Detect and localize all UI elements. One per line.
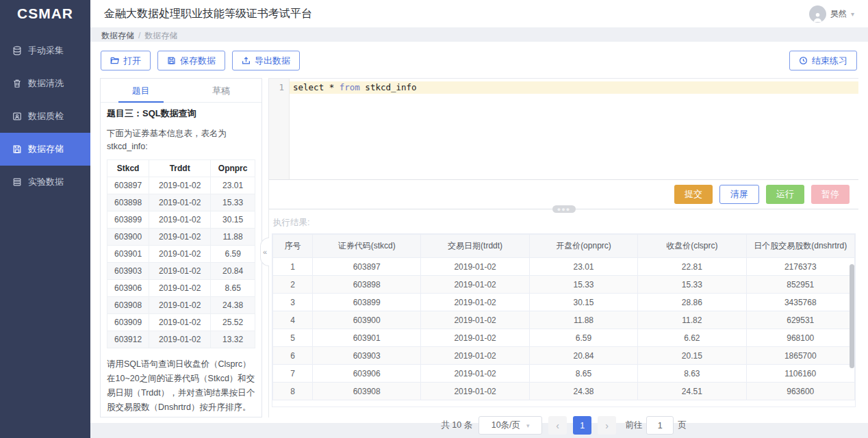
- panel-splitter: ●●●: [269, 209, 858, 209]
- question-sample-table: Stkcd Trddt Opnprc 6038972019-01-0223.01…: [107, 159, 255, 348]
- table-row: 6039062019-01-028.65: [107, 279, 255, 296]
- table-cell: 603901: [313, 329, 421, 347]
- page-number-button[interactable]: 1: [573, 416, 591, 435]
- table-row: 6038982019-01-0215.33: [107, 194, 255, 211]
- table-cell: 8: [273, 383, 313, 400]
- tab-draft[interactable]: 草稿: [181, 79, 262, 102]
- table-cell: 23.01: [211, 177, 255, 194]
- results-section: 执行结果: 序号 证券代码(stkcd) 交易日期(trddt) 开盘价(opn…: [269, 209, 858, 417]
- clock-icon: [799, 56, 808, 65]
- chevron-double-left-icon: «: [263, 248, 267, 256]
- table-row: 6039012019-01-026.59: [107, 245, 255, 262]
- table-cell: 7: [273, 365, 313, 383]
- main-area: 金融大数据处理职业技能等级证书考试平台 昊然 ▾ 数据存储/数据存储 打开: [90, 0, 868, 438]
- table-cell: 30.15: [211, 211, 255, 228]
- collapse-panel-handle[interactable]: «: [260, 237, 269, 266]
- table-row: 6038992019-01-0230.15: [107, 211, 255, 228]
- user-menu[interactable]: 昊然 ▾: [809, 5, 854, 23]
- column-header: 交易日期(trddt): [421, 235, 529, 258]
- save-icon: [167, 56, 176, 65]
- end-practice-button[interactable]: 结束练习: [789, 51, 857, 70]
- code-input-area[interactable]: select * from stkcd_info: [290, 79, 858, 179]
- editor-gutter: 1: [269, 79, 290, 179]
- table-cell: 20.15: [638, 347, 746, 365]
- clear-screen-button[interactable]: 清屏: [719, 185, 759, 204]
- sidebar-item-data-clean[interactable]: 数据清洗: [0, 67, 90, 100]
- table-cell: 603909: [107, 313, 149, 331]
- csmar-logo: CSMAR: [0, 0, 90, 27]
- table-cell: 24.38: [529, 383, 637, 400]
- page-size-select[interactable]: 10条/页 ▾: [478, 416, 542, 435]
- table-cell: 20.84: [529, 347, 637, 365]
- prev-page-button[interactable]: ‹: [548, 416, 567, 435]
- sql-editor: 1 select * from stkcd_info: [269, 79, 858, 180]
- chevron-down-icon: ▾: [526, 422, 530, 429]
- table-cell: 11.88: [529, 311, 637, 329]
- table-cell: 23.01: [529, 258, 637, 276]
- table-cell: 2176373: [746, 258, 854, 276]
- editor-action-bar: 提交 清屏 运行 暂停: [269, 180, 858, 209]
- goto-unit: 页: [678, 420, 687, 431]
- sidebar-item-label: 实验数据: [28, 176, 64, 188]
- avatar: [809, 5, 826, 23]
- table-cell: 603901: [107, 245, 149, 262]
- table-cell: 6: [273, 347, 313, 365]
- table-row: 36038992019-01-0230.1528.863435768: [273, 294, 855, 311]
- column-header: 收盘价(clsprc): [638, 235, 746, 258]
- table-cell: 2019-01-02: [149, 262, 211, 279]
- table-cell: 603900: [107, 228, 149, 245]
- sidebar-item-data-storage[interactable]: 数据存储: [0, 133, 90, 166]
- table-cell: 11.82: [638, 311, 746, 329]
- goto-page-input[interactable]: [646, 416, 674, 435]
- sidebar-nav: 手动采集 数据清洗 数据质检 数据存储: [0, 27, 90, 198]
- open-button[interactable]: 打开: [101, 51, 151, 70]
- table-cell: 603906: [107, 279, 149, 296]
- file-toolbar: 打开 保存数据 导出数据 结束练习: [90, 42, 868, 78]
- breadcrumb-item[interactable]: 数据存储: [101, 31, 134, 40]
- sidebar-item-data-qc[interactable]: 数据质检: [0, 100, 90, 133]
- table-row: 6039002019-01-0211.88: [107, 228, 255, 245]
- splitter-drag-handle[interactable]: ●●●: [552, 205, 576, 213]
- next-page-button[interactable]: ›: [598, 416, 616, 435]
- table-cell: 4: [273, 311, 313, 329]
- export-data-button[interactable]: 导出数据: [232, 51, 300, 70]
- run-button[interactable]: 运行: [766, 185, 804, 204]
- sidebar-item-manual-collect[interactable]: 手动采集: [0, 34, 90, 67]
- pause-button[interactable]: 暂停: [811, 185, 850, 204]
- top-header: 金融大数据处理职业技能等级证书考试平台 昊然 ▾: [90, 0, 868, 27]
- table-cell: 2019-01-02: [149, 279, 211, 296]
- table-cell: 8.65: [211, 279, 255, 296]
- save-icon: [12, 144, 22, 155]
- database-icon: [12, 46, 22, 56]
- table-cell: 30.15: [529, 294, 637, 311]
- table-cell: 8.65: [529, 365, 637, 383]
- column-header: Opnprc: [211, 159, 255, 177]
- pagination-total: 共 10 条: [441, 420, 472, 431]
- table-cell: 15.33: [638, 276, 746, 294]
- tab-question[interactable]: 题目: [101, 79, 181, 102]
- table-cell: 603908: [313, 383, 421, 400]
- submit-button[interactable]: 提交: [674, 185, 713, 204]
- table-cell: 22.81: [638, 258, 746, 276]
- table-cell: 28.86: [638, 294, 746, 311]
- table-cell: 5: [273, 329, 313, 347]
- question-tabs: 题目 草稿: [101, 79, 261, 103]
- table-cell: 603898: [313, 276, 421, 294]
- table-cell: 3435768: [746, 294, 854, 311]
- column-header: Trddt: [149, 159, 211, 177]
- scrollbar-thumb[interactable]: [850, 264, 854, 368]
- table-row: 6039032019-01-0220.84: [107, 262, 255, 279]
- table-cell: 8.63: [638, 365, 746, 383]
- table-cell: 2019-01-02: [149, 211, 211, 228]
- save-data-button[interactable]: 保存数据: [157, 51, 225, 70]
- table-cell: 603900: [313, 311, 421, 329]
- column-header: 序号: [273, 235, 313, 258]
- content-card: 打开 保存数据 导出数据 结束练习: [90, 42, 868, 423]
- sidebar-item-experiment-data[interactable]: 实验数据: [0, 166, 90, 198]
- id-badge-icon: [12, 112, 22, 122]
- table-cell: 2019-01-02: [149, 296, 211, 313]
- table-row: 6038972019-01-0223.01: [107, 177, 255, 194]
- table-row: 86039082019-01-0224.3824.51963600: [273, 383, 855, 400]
- table-cell: 11.88: [211, 228, 255, 245]
- table-cell: 603903: [107, 262, 149, 279]
